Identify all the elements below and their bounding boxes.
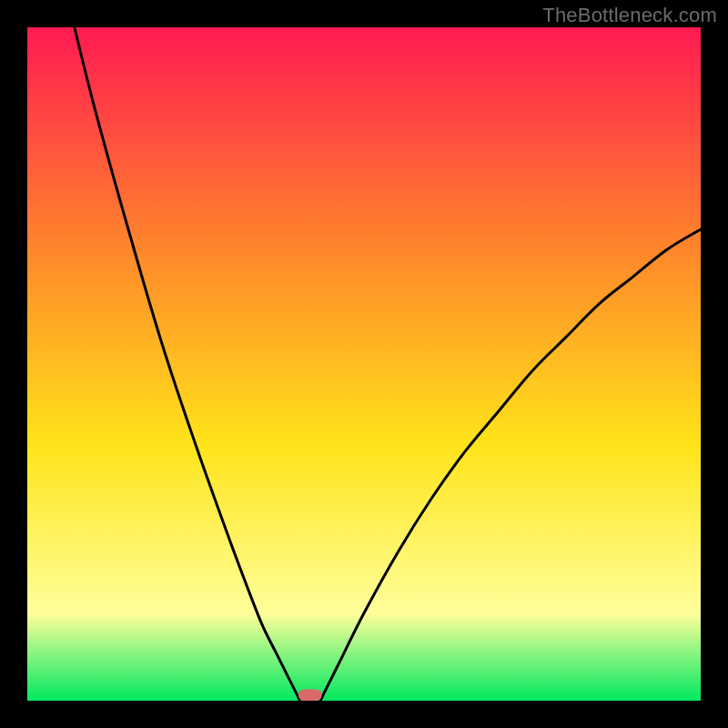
minimum-marker <box>298 689 322 701</box>
watermark-text: TheBottleneck.com <box>542 4 717 27</box>
chart-frame: TheBottleneck.com <box>0 0 728 728</box>
gradient-background <box>27 27 701 701</box>
bottleneck-chart <box>27 27 701 701</box>
